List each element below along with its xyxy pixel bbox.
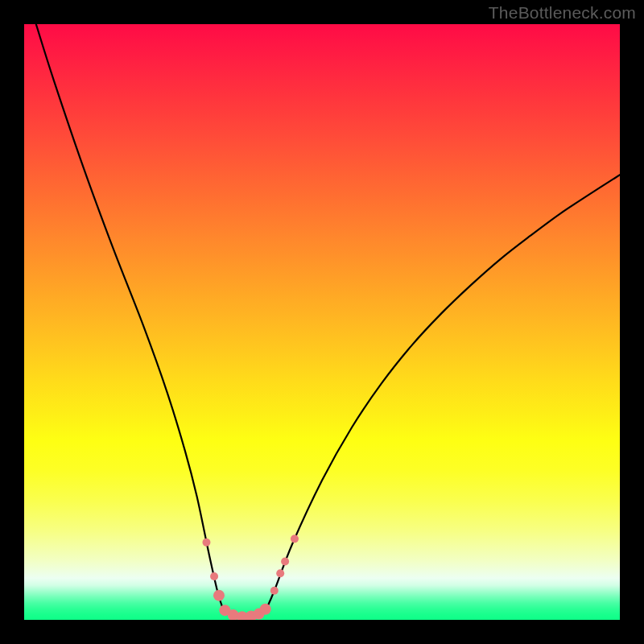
curve-marker: [213, 590, 225, 601]
curve-marker: [276, 569, 284, 577]
curve-marker: [270, 587, 279, 595]
plot-area: [24, 24, 620, 620]
curve-marker: [291, 535, 299, 543]
curve-marker: [210, 572, 218, 580]
curve-marker: [281, 557, 289, 565]
curve-layer: [24, 24, 620, 620]
bottleneck-curve: [36, 24, 620, 617]
chart-stage: TheBottleneck.com: [0, 0, 644, 644]
curve-markers: [202, 535, 299, 620]
curve-marker: [260, 604, 271, 615]
watermark-text: TheBottleneck.com: [489, 3, 636, 23]
curve-marker: [202, 539, 210, 547]
